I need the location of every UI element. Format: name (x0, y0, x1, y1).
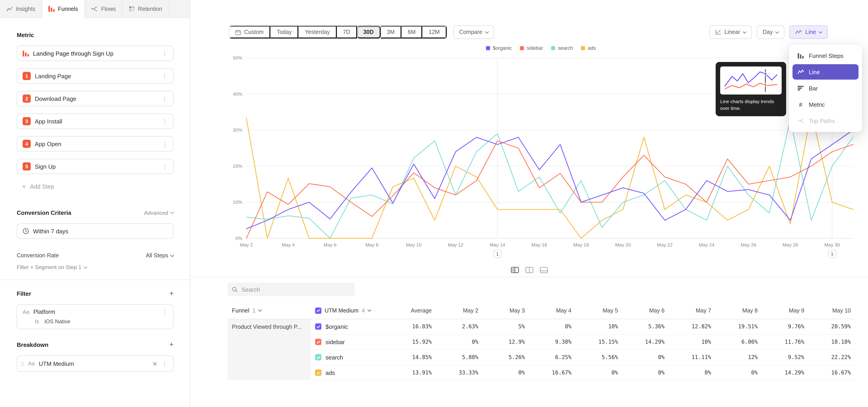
value-cell: 8% (529, 319, 576, 334)
search-input[interactable] (241, 286, 350, 293)
menu-item-bar[interactable]: Bar (793, 81, 859, 96)
series-checkbox[interactable] (315, 323, 321, 330)
kebab-menu-icon[interactable]: ⋮ (161, 118, 168, 124)
date-range-12m-button[interactable]: 12M (423, 26, 447, 38)
svg-text:1: 1 (496, 251, 499, 256)
series-checkbox[interactable] (315, 308, 321, 314)
series-name-cell[interactable]: sidebar (311, 334, 386, 350)
add-filter-button[interactable]: + (169, 290, 174, 297)
annotation-badge[interactable]: 1 (828, 250, 836, 258)
kebab-menu-icon[interactable]: ⋮ (161, 73, 168, 79)
date-range-3m-button[interactable]: 3M (380, 26, 401, 38)
line-chart-icon (796, 29, 802, 35)
annotation-badge[interactable]: 1 (494, 250, 501, 258)
platform-filter-card[interactable]: Aa Platform ⋮ Is iOS Native (17, 304, 174, 329)
funnel-group-cell[interactable]: Product Viewed through P... (227, 319, 311, 380)
date-range-7d-button[interactable]: 7D (337, 26, 357, 38)
menu-item-line[interactable]: Line (793, 64, 859, 80)
advanced-dropdown[interactable]: Advanced (144, 210, 174, 216)
funnel-step-sign-up[interactable]: 5Sign Up⋮ (17, 159, 174, 174)
layout-bottom-view-icon[interactable] (539, 267, 548, 273)
value-cell: 18.18% (809, 334, 855, 350)
granularity-dropdown-button[interactable]: Day (757, 25, 784, 39)
date-column-header: May 8 (716, 303, 762, 319)
date-range-30d-button[interactable]: 30D (357, 26, 380, 38)
all-steps-dropdown[interactable]: All Steps (146, 252, 174, 259)
kebab-menu-icon[interactable]: ⋮ (161, 361, 168, 367)
svg-text:40%: 40% (233, 91, 242, 97)
platform-filter-condition[interactable]: Is iOS Native (23, 318, 168, 325)
search-row (227, 283, 868, 296)
segment-dropdown[interactable]: Filter + Segment on Step 1 (17, 264, 174, 271)
funnel-metric-card[interactable]: Landing Page through Sign Up ⋮ (17, 46, 174, 61)
button-label: 12M (429, 29, 440, 35)
series-checkbox[interactable] (315, 370, 321, 376)
funnel-col-count: 1 (252, 308, 255, 314)
breakdown-column-header[interactable]: UTM Medium4 (311, 303, 386, 319)
table-row[interactable]: sidebar15.92%0%12.9%9.38%15.15%14.29%10%… (227, 334, 855, 350)
funnel-step-landing-page[interactable]: 1Landing Page⋮ (17, 68, 174, 84)
table-row[interactable]: search14.85%5.88%5.26%6.25%5.56%0%11.11%… (227, 350, 855, 365)
breakdown-card[interactable]: Aa UTM Medium ⋮ (17, 355, 174, 372)
search-icon (232, 286, 238, 292)
series-name-cell[interactable]: search (311, 350, 386, 365)
remove-breakdown-icon[interactable] (153, 362, 157, 366)
kebab-menu-icon[interactable]: ⋮ (161, 141, 168, 147)
value-cell: 10% (669, 334, 716, 350)
add-breakdown-button[interactable]: + (169, 341, 174, 348)
value-cell: 20.59% (809, 319, 855, 334)
step-number-badge: 1 (23, 72, 31, 80)
series-name-cell[interactable]: $organic (311, 319, 386, 334)
table-row[interactable]: ads13.91%33.33%0%16.67%0%0%0%0%14.29%16.… (227, 365, 855, 380)
menu-item-metric[interactable]: #Metric (793, 97, 859, 112)
add-step-button[interactable]: + Add Step (17, 179, 174, 194)
value-cell: 0% (436, 334, 483, 350)
funnel-step-app-install[interactable]: 3App Install⋮ (17, 114, 174, 129)
conversion-window-card[interactable]: Within 7 days (17, 223, 174, 239)
average-column-header: Average (386, 303, 436, 319)
date-range-6m-button[interactable]: 6M (401, 26, 423, 38)
funnel-step-download-page[interactable]: 2Download Page⋮ (17, 91, 174, 106)
date-range-today-button[interactable]: Today (270, 26, 299, 38)
date-range-yesterday-button[interactable]: Yesterday (299, 26, 337, 38)
tab-flows[interactable]: Flows (85, 0, 123, 18)
main-panel: CustomTodayYesterday7D30D3M6M12M Compare… (190, 0, 868, 407)
button-label: 6M (408, 29, 416, 35)
legend-item-ads[interactable]: ads (581, 45, 596, 51)
chart-type-dropdown-button[interactable]: Line (789, 25, 828, 39)
layout-columns-view-icon[interactable] (525, 267, 533, 273)
breakdown-label: UTM Medium (39, 360, 74, 367)
tab-retention[interactable]: Retention (123, 0, 169, 18)
funnel-column-header[interactable]: Funnel1 (227, 303, 311, 319)
series-checkbox[interactable] (315, 339, 321, 345)
drag-handle-icon[interactable] (21, 362, 24, 366)
search-box[interactable] (227, 283, 355, 296)
value-cell: 16.67% (529, 365, 576, 380)
sidebar: Insights Funnels Flows Retention (0, 0, 190, 407)
legend-item-sidebar[interactable]: sidebar (520, 45, 543, 51)
value-cell: 5.26% (483, 350, 529, 365)
funnel-steps-icon (797, 53, 804, 59)
layout-split-view-icon[interactable] (510, 267, 519, 273)
sidebar-divider (0, 279, 190, 280)
menu-item-funnel-steps[interactable]: Funnel Steps (793, 48, 859, 63)
legend-item-search[interactable]: search (551, 45, 573, 51)
breakdown-heading-row: Breakdown + (17, 341, 174, 348)
scale-dropdown-button[interactable]: Linear (710, 25, 752, 39)
top-tab-bar: Insights Funnels Flows Retention (0, 0, 190, 18)
kebab-menu-icon[interactable]: ⋮ (161, 163, 168, 169)
kebab-menu-icon[interactable]: ⋮ (161, 51, 168, 56)
funnel-step-app-open[interactable]: 4App Open⋮ (17, 136, 174, 152)
series-name-cell[interactable]: ads (311, 365, 386, 380)
series-checkbox[interactable] (315, 354, 321, 361)
calendar-icon (235, 29, 241, 35)
date-range-custom-button[interactable]: Custom (229, 26, 270, 38)
tab-insights[interactable]: Insights (0, 0, 42, 18)
table-row[interactable]: Product Viewed through P...$organic16.03… (227, 319, 855, 334)
kebab-menu-icon[interactable]: ⋮ (161, 309, 168, 315)
legend-item-organic[interactable]: $organic (486, 45, 512, 51)
tab-funnels[interactable]: Funnels (42, 0, 85, 18)
kebab-menu-icon[interactable]: ⋮ (161, 96, 168, 101)
date-column-header: May 10 (809, 303, 855, 319)
compare-button[interactable]: Compare (453, 25, 494, 39)
